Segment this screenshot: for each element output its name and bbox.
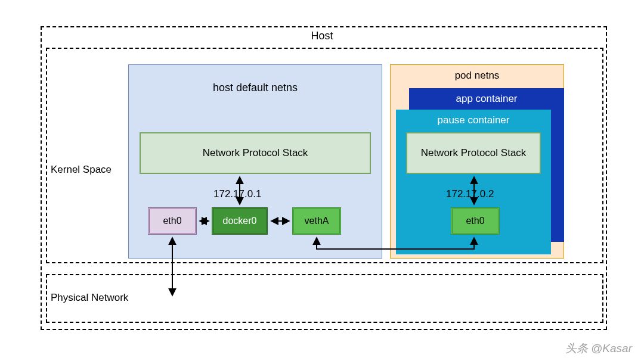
app-container-label: app container (409, 93, 564, 105)
physical-network-box (46, 274, 603, 323)
interface-eth0-host: eth0 (148, 207, 197, 235)
interface-eth0-pod: eth0 (451, 207, 500, 235)
host-title: Host (0, 30, 644, 42)
pod-netns-title: pod netns (391, 70, 564, 82)
kernel-space-label: Kernel Space (51, 164, 112, 176)
interface-vethA: vethA (292, 207, 341, 235)
interface-docker0: docker0 (212, 207, 268, 235)
pause-container-label: pause container (396, 114, 551, 126)
pod-eth0-ip: 172.17.0.2 (446, 188, 494, 200)
network-protocol-stack-pod: Network Protocol Stack (406, 132, 541, 174)
host-netns-title: host default netns (129, 82, 382, 94)
physical-network-label: Physical Network (51, 292, 128, 304)
network-protocol-stack-host: Network Protocol Stack (140, 132, 371, 174)
watermark: 头条 @Kasar (565, 341, 632, 356)
docker0-ip: 172.17.0.1 (213, 188, 261, 200)
